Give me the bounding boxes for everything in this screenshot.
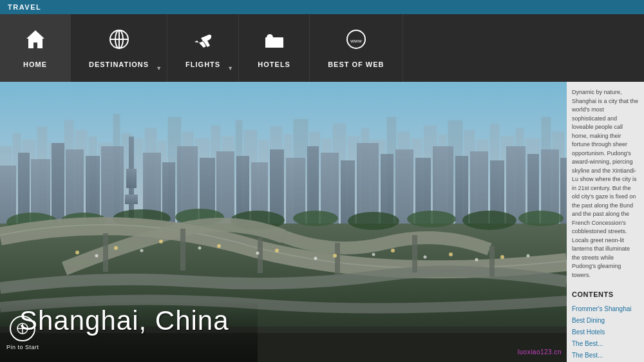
contents-item-3[interactable]: The Best... (572, 339, 639, 348)
city-image-area: Shanghai, China Pin to Start luoxiao123.… (0, 82, 567, 362)
svg-point-112 (333, 254, 337, 258)
svg-point-6 (267, 34, 273, 41)
city-title: Shanghai, China (19, 305, 229, 336)
svg-point-114 (449, 252, 453, 256)
app-title: TRAVEL (8, 3, 41, 11)
hotels-icon (263, 28, 285, 55)
svg-rect-7 (265, 46, 283, 48)
nav-flights-label: FLIGHTS (185, 61, 220, 68)
svg-rect-103 (258, 238, 263, 273)
contents-list: Frommer's Shanghai Best Dining Best Hote… (572, 305, 639, 360)
svg-text:www: www (350, 38, 362, 44)
svg-point-97 (348, 212, 399, 230)
svg-rect-104 (335, 243, 340, 275)
nav-home-label: HOME (23, 61, 47, 68)
svg-point-98 (407, 211, 456, 227)
svg-point-118 (198, 247, 202, 250)
nav-destinations-label: DESTINATIONS (89, 61, 149, 68)
svg-point-115 (500, 255, 504, 259)
svg-point-123 (475, 258, 478, 262)
svg-point-96 (293, 211, 338, 226)
svg-point-100 (518, 211, 564, 226)
svg-point-121 (372, 253, 375, 256)
svg-rect-102 (180, 229, 185, 271)
flights-chevron: ▼ (227, 65, 233, 71)
svg-point-120 (314, 257, 317, 260)
svg-point-113 (391, 249, 395, 252)
flights-icon (192, 28, 214, 55)
pin-circle-icon (10, 316, 35, 341)
nav-bestofweb-label: BEST OF WEB (328, 61, 384, 68)
top-bar: TRAVEL (0, 0, 644, 14)
svg-rect-106 (489, 246, 495, 277)
nav-hotels-label: HOTELS (258, 61, 290, 68)
sidebar-panel: Dynamic by nature, Shanghai is a city th… (567, 82, 644, 362)
main-content: Shanghai, China Pin to Start luoxiao123.… (0, 82, 644, 362)
svg-point-110 (217, 244, 221, 248)
contents-item-0[interactable]: Frommer's Shanghai (572, 305, 639, 314)
svg-rect-64 (126, 169, 137, 188)
svg-point-111 (275, 249, 279, 252)
pin-to-start-button[interactable]: Pin to Start (6, 316, 39, 350)
svg-point-109 (159, 240, 163, 243)
destinations-chevron: ▼ (156, 65, 162, 71)
svg-marker-0 (26, 30, 44, 48)
contents-header: CONTENTS (572, 290, 639, 300)
svg-point-119 (256, 252, 260, 255)
svg-rect-101 (103, 233, 108, 272)
nav-item-bestofweb[interactable]: www BEST OF WEB (310, 14, 402, 82)
sidebar-body-text: Dynamic by nature, Shanghai is a city th… (572, 88, 639, 280)
svg-rect-105 (412, 235, 417, 272)
home-icon (24, 28, 46, 55)
nav-item-hotels[interactable]: HOTELS (239, 14, 310, 82)
svg-point-124 (527, 254, 530, 258)
destinations-icon (108, 28, 130, 55)
contents-item-1[interactable]: Best Dining (572, 316, 639, 325)
svg-rect-65 (125, 195, 138, 204)
nav-bar: HOME DESTINATIONS ▼ FLIGHTS ▼ (0, 14, 644, 82)
bestofweb-icon: www (345, 28, 367, 55)
contents-item-4[interactable]: The Best... (572, 351, 639, 360)
pin-label: Pin to Start (6, 344, 39, 350)
watermark: luoxiao123.cn (518, 348, 562, 356)
contents-item-2[interactable]: Best Hotels (572, 328, 639, 337)
svg-point-116 (95, 254, 99, 258)
nav-item-flights[interactable]: FLIGHTS ▼ (167, 14, 239, 82)
svg-point-108 (114, 246, 118, 250)
nav-item-home[interactable]: HOME (0, 14, 71, 82)
svg-point-117 (140, 249, 144, 252)
svg-point-99 (462, 211, 516, 230)
svg-point-122 (424, 256, 427, 259)
nav-item-destinations[interactable]: DESTINATIONS ▼ (71, 14, 167, 82)
svg-point-107 (75, 251, 79, 254)
